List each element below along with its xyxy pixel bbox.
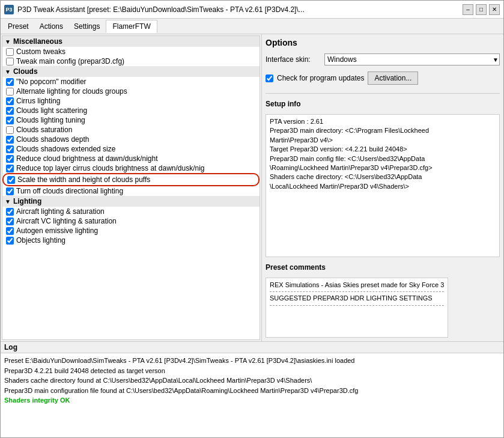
checkbox-aircraft-vc-lighting[interactable] xyxy=(6,217,14,225)
comments-wrapper: REX Simulations - Asias Skies preset mad… xyxy=(266,278,500,338)
checkbox-no-popcorn[interactable] xyxy=(6,78,14,86)
checkbox-reduce-cloud-brightness[interactable] xyxy=(6,155,14,163)
checkbox-check-updates[interactable] xyxy=(266,75,273,82)
item-clouds-shadows-depth[interactable]: Clouds shadows depth xyxy=(2,135,260,144)
dashed-line-2 xyxy=(270,305,444,306)
item-clouds-light-scattering[interactable]: Clouds light scattering xyxy=(2,106,260,115)
interface-skin-select[interactable]: Windows Classic Dark xyxy=(324,53,500,65)
info-line-4: Target Prepar3D version: <4.2.21 build 2… xyxy=(270,145,496,154)
item-aircraft-vc-lighting[interactable]: Aircraft VC lighting & saturation xyxy=(2,216,260,226)
log-section: Log Preset E:\BaiduYunDownload\SimTweaks… xyxy=(1,341,503,437)
item-alt-lighting[interactable]: Alternate lighting for clouds groups xyxy=(2,87,260,96)
section-label-lighting: Lighting xyxy=(13,197,41,205)
interface-skin-label: Interface skin: xyxy=(266,55,320,64)
checkbox-clouds-light-scattering[interactable] xyxy=(6,107,14,115)
item-scale-clouds[interactable]: Scale the width and height of clouds puf… xyxy=(2,173,260,186)
item-cirrus-lighting[interactable]: Cirrus lighting xyxy=(2,96,260,106)
log-title: Log xyxy=(1,342,503,353)
tab-flamerfTW[interactable]: FlamerFTW xyxy=(106,20,157,33)
setup-info-box[interactable]: PTA version : 2.61 Prepar3D main directo… xyxy=(266,114,500,257)
label-aircraft-vc-lighting: Aircraft VC lighting & saturation xyxy=(16,217,117,225)
log-line-3: Shaders cache directory found at C:\User… xyxy=(4,376,500,386)
info-section: PTA version : 2.61 Prepar3D main directo… xyxy=(266,114,500,257)
item-turn-off-directional[interactable]: Turn off clouds directional lighting xyxy=(2,186,260,196)
menu-settings[interactable]: Settings xyxy=(69,20,105,32)
label-turn-off-directional: Turn off clouds directional lighting xyxy=(16,187,123,195)
preset-comments-box[interactable]: REX Simulations - Asias Skies preset mad… xyxy=(266,278,448,338)
item-clouds-lighting-tuning[interactable]: Clouds lighting tuning xyxy=(2,115,260,125)
info-line-6: \Roaming\Lockheed Martin\Prepar3D v4\Pre… xyxy=(270,163,496,172)
maximize-button[interactable]: □ xyxy=(476,4,487,15)
section-lighting[interactable]: ▼ Lighting xyxy=(2,196,260,207)
setup-info-title: Setup info xyxy=(266,100,500,108)
label-clouds-shadows-extended: Clouds shadows extended size xyxy=(16,145,115,153)
label-clouds-shadows-depth: Clouds shadows depth xyxy=(16,135,89,144)
title-bar-left: P3 P3D Tweak Assistant [preset: E:\Baidu… xyxy=(4,5,305,14)
checkbox-objects-lighting[interactable] xyxy=(6,237,14,245)
dashed-line-1 xyxy=(270,291,444,292)
item-reduce-cloud-brightness[interactable]: Reduce cloud brightness at dawn/dusk/nig… xyxy=(2,154,260,163)
label-tweak-main-config: Tweak main config (prepar3D.cfg) xyxy=(16,57,124,65)
checkbox-turn-off-directional[interactable] xyxy=(6,187,14,195)
window-title: P3D Tweak Assistant [preset: E:\BaiduYun… xyxy=(17,5,305,14)
title-controls: – □ ✕ xyxy=(463,4,500,15)
interface-skin-select-wrapper: Windows Classic Dark ▼ xyxy=(324,53,500,65)
item-autogen-emissive[interactable]: Autogen emissive lighting xyxy=(2,226,260,236)
label-aircraft-lighting: Aircraft lighting & saturation xyxy=(16,207,105,216)
options-title: Options xyxy=(266,38,500,47)
section-arrow-clouds: ▼ xyxy=(5,68,11,75)
label-clouds-saturation: Clouds saturation xyxy=(16,126,72,134)
label-clouds-lighting-tuning: Clouds lighting tuning xyxy=(16,116,85,124)
label-reduce-top-layer: Reduce top layer cirrus clouds brightnes… xyxy=(16,164,205,172)
label-autogen-emissive: Autogen emissive lighting xyxy=(16,227,98,235)
checkbox-tweak-main-config[interactable] xyxy=(6,58,14,65)
activation-button[interactable]: Activation... xyxy=(368,71,418,85)
item-objects-lighting[interactable]: Objects lighting xyxy=(2,236,260,245)
checkbox-cirrus-lighting[interactable] xyxy=(6,97,14,105)
label-clouds-light-scattering: Clouds light scattering xyxy=(16,106,87,115)
item-clouds-saturation[interactable]: Clouds saturation xyxy=(2,125,260,135)
checkbox-aircraft-lighting[interactable] xyxy=(6,208,14,216)
item-no-popcorn[interactable]: "No popcorn" modifier xyxy=(2,77,260,87)
divider-1 xyxy=(266,93,500,94)
section-clouds[interactable]: ▼ Clouds xyxy=(2,66,260,77)
info-line-7: Shaders cache directory: <C:\Users\bed32… xyxy=(270,172,496,181)
section-arrow-lighting: ▼ xyxy=(5,198,11,205)
checkbox-autogen-emissive[interactable] xyxy=(6,227,14,235)
item-custom-tweaks[interactable]: Custom tweaks xyxy=(2,47,260,56)
item-reduce-top-layer[interactable]: Reduce top layer cirrus clouds brightnes… xyxy=(2,163,260,173)
menu-preset[interactable]: Preset xyxy=(3,20,34,32)
checkbox-clouds-lighting-tuning[interactable] xyxy=(6,117,14,124)
log-content[interactable]: Preset E:\BaiduYunDownload\SimTweaks - P… xyxy=(1,353,503,437)
left-panel: ▼ Miscellaneous Custom tweaks Tweak main… xyxy=(1,34,262,341)
info-line-8: \Local\Lockheed Martin\Prepar3D v4\Shade… xyxy=(270,182,496,191)
info-line-2: Prepar3D main directory: <C:\Program Fil… xyxy=(270,126,496,135)
checkbox-clouds-shadows-depth[interactable] xyxy=(6,136,14,144)
checkbox-custom-tweaks[interactable] xyxy=(6,48,14,56)
checkbox-alt-lighting[interactable] xyxy=(6,88,14,96)
menu-bar: Preset Actions Settings FlamerFTW xyxy=(1,19,503,34)
label-alt-lighting: Alternate lighting for clouds groups xyxy=(16,87,127,96)
menu-actions[interactable]: Actions xyxy=(35,20,68,32)
checkbox-reduce-top-layer[interactable] xyxy=(6,165,14,172)
main-content: ▼ Miscellaneous Custom tweaks Tweak main… xyxy=(1,34,503,341)
checklist[interactable]: ▼ Miscellaneous Custom tweaks Tweak main… xyxy=(2,35,260,340)
item-aircraft-lighting[interactable]: Aircraft lighting & saturation xyxy=(2,207,260,216)
section-miscellaneous[interactable]: ▼ Miscellaneous xyxy=(2,36,260,47)
section-label-misc: Miscellaneous xyxy=(13,37,62,46)
checkbox-clouds-shadows-extended[interactable] xyxy=(6,145,14,153)
right-panel: Options Interface skin: Windows Classic … xyxy=(262,34,503,341)
log-line-1: Preset E:\BaiduYunDownload\SimTweaks - P… xyxy=(4,356,500,366)
section-label-clouds: Clouds xyxy=(13,67,38,76)
checkbox-scale-clouds[interactable] xyxy=(7,176,15,184)
minimize-button[interactable]: – xyxy=(463,4,473,15)
item-clouds-shadows-extended[interactable]: Clouds shadows extended size xyxy=(2,144,260,154)
info-box-wrapper: PTA version : 2.61 Prepar3D main directo… xyxy=(266,114,500,257)
label-scale-clouds: Scale the width and height of clouds puf… xyxy=(17,175,150,184)
close-button[interactable]: ✕ xyxy=(489,4,500,15)
checkbox-clouds-saturation[interactable] xyxy=(6,126,14,134)
label-no-popcorn: "No popcorn" modifier xyxy=(16,78,87,86)
interface-skin-row: Interface skin: Windows Classic Dark ▼ xyxy=(266,53,500,65)
comment-line-1: REX Simulations - Asias Skies preset mad… xyxy=(270,281,444,290)
item-tweak-main-config[interactable]: Tweak main config (prepar3D.cfg) xyxy=(2,56,260,66)
